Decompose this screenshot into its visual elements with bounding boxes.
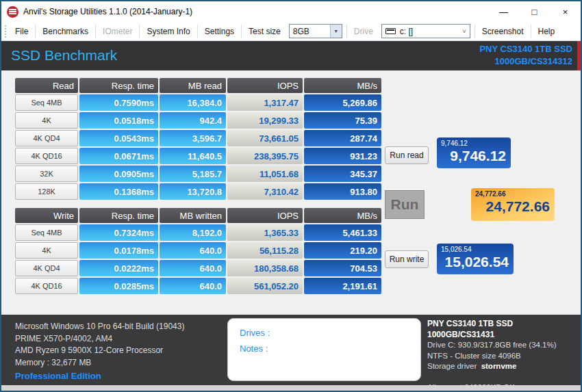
read-score-box: 9,746.12 9,746.12	[437, 138, 511, 168]
title-bar: Anvil's Storage Utilities 1.1.0 (2014-Ja…	[1, 1, 581, 22]
page-title: SSD Benchmark	[11, 47, 117, 64]
benchmark-header-band: SSD Benchmark PNY CS3140 1TB SSD 1000GB/…	[1, 41, 581, 70]
red-edge-strip	[577, 41, 581, 70]
iops-cell: 561,052.20	[227, 278, 303, 294]
mbs-cell: 287.74	[304, 130, 381, 146]
drive-info-block: PNY CS3140 1TB SSD 1000GB/CS31431 Drive …	[427, 319, 581, 392]
resp-time-cell: 0.7590ms	[79, 94, 158, 111]
run-read-button[interactable]: Run read	[385, 146, 429, 164]
total-score-value: 24,772.66	[475, 198, 550, 215]
menu-separator	[531, 25, 531, 38]
menu-file[interactable]: File	[10, 24, 34, 39]
mbs-cell: 2,191.61	[304, 278, 381, 294]
close-button[interactable]: ×	[550, 1, 581, 22]
write-col-header: Resp. time	[79, 208, 158, 223]
iops-cell: 1,365.33	[227, 224, 303, 241]
mbs-cell: 5,461.33	[304, 224, 381, 241]
menu-separator	[35, 25, 36, 38]
chevron-down-icon: ˅	[463, 28, 470, 35]
run-button[interactable]: Run	[385, 190, 425, 219]
read-row-label[interactable]: Seq 4MB	[15, 94, 78, 111]
drive-filesystem: NTFS - Cluster size 4096B	[427, 351, 581, 362]
write-row-label[interactable]: 4K	[15, 242, 78, 259]
mbs-cell: 704.53	[304, 260, 381, 276]
menu-benchmarks[interactable]: Benchmarks	[37, 24, 94, 39]
footer-panel: Microsoft Windows 10 Pro 64-bit Build (1…	[1, 315, 581, 385]
mb-read-cell: 16,384.0	[160, 94, 226, 111]
read-row-label[interactable]: 32K	[15, 166, 78, 182]
mbs-cell: 345.37	[304, 166, 381, 182]
mbs-cell: 5,269.86	[304, 94, 381, 111]
app-window: Anvil's Storage Utilities 1.1.0 (2014-Ja…	[0, 0, 582, 392]
write-col-header: Write	[15, 208, 78, 223]
notes-label: Notes :	[240, 341, 420, 356]
resp-time-cell: 0.7324ms	[79, 224, 158, 241]
memory-info: Memory : 32,677 MB	[15, 357, 184, 369]
chevron-down-icon[interactable]: ▼	[330, 25, 342, 38]
iops-cell: 11,051.68	[227, 166, 303, 182]
write-col-header: IOPS	[227, 208, 303, 223]
write-row-label[interactable]: 4K QD4	[15, 260, 78, 276]
drive-capacity: Drive C: 930.9/317.8GB free (34.1%)	[427, 340, 581, 351]
test-size-combobox[interactable]: 8GB ▼	[289, 24, 342, 38]
mbs-cell: 913.80	[304, 183, 381, 200]
window-title: Anvil's Storage Utilities 1.1.0 (2014-Ja…	[23, 7, 192, 16]
test-size-value: 8GB	[290, 27, 330, 36]
menu-screenshot[interactable]: Screenshot	[477, 24, 529, 39]
system-info-block: Microsoft Windows 10 Pro 64-bit Build (1…	[15, 321, 184, 369]
cpu-info: AMD Ryzen 9 5900X 12-Core Processor	[15, 345, 184, 357]
read-row-label[interactable]: 4K QD4	[15, 130, 78, 146]
resp-time-cell: 0.0518ms	[79, 112, 158, 129]
write-col-header: MB/s	[304, 208, 381, 223]
device-name: PNY CS3140 1TB SSD	[479, 43, 572, 55]
read-col-header: IOPS	[227, 78, 303, 93]
read-col-header: Resp. time	[79, 78, 158, 93]
menu-bar: File Benchmarks IOmeter System Info Sett…	[1, 22, 581, 41]
resp-time-cell: 0.0222ms	[79, 260, 158, 276]
read-col-header: Read	[15, 78, 78, 93]
read-col-header: MB read	[160, 78, 226, 93]
iops-cell: 238,395.75	[227, 148, 303, 164]
menu-help[interactable]: Help	[533, 24, 561, 39]
read-row-label[interactable]: 4K	[15, 112, 78, 129]
resp-time-cell: 0.1368ms	[79, 183, 158, 200]
drive-icon	[385, 28, 396, 34]
resp-time-cell: 0.0671ms	[79, 148, 158, 164]
iops-cell: 19,299.33	[227, 112, 303, 129]
storage-driver-line: Storage driver stornvme	[427, 361, 581, 372]
write-col-header: MB written	[160, 208, 226, 223]
write-table: Write Resp. time MB written IOPS MB/s Se…	[15, 208, 381, 294]
mbs-cell: 219.20	[304, 242, 381, 259]
write-score-value: 15,026.54	[441, 253, 509, 271]
device-info: PNY CS3140 1TB SSD 1000GB/CS314312	[479, 43, 572, 68]
read-row-label[interactable]: 128K	[15, 183, 78, 200]
run-write-button[interactable]: Run write	[385, 250, 429, 268]
menu-iometer: IOmeter	[97, 24, 138, 39]
read-row-label[interactable]: 4K QD16	[15, 148, 78, 164]
total-score-small: 24,772.66	[475, 190, 550, 198]
menu-settings[interactable]: Settings	[199, 24, 240, 39]
mb-read-cell: 5,185.7	[160, 166, 226, 182]
total-score-box: 24,772.66 24,772.66	[471, 188, 555, 221]
minimize-button[interactable]: —	[488, 1, 519, 22]
resp-time-cell: 0.0285ms	[79, 278, 158, 294]
iops-cell: 1,317.47	[227, 94, 303, 111]
toolbar-grip	[5, 25, 7, 38]
mb-written-cell: 640.0	[160, 260, 226, 276]
menu-system-info[interactable]: System Info	[141, 24, 195, 39]
test-size-label: Test size	[243, 24, 286, 39]
write-row-label[interactable]: 4K QD16	[15, 278, 78, 294]
iops-cell: 73,661.05	[227, 130, 303, 146]
drives-notes-box[interactable]: Drives : Notes :	[227, 318, 421, 381]
write-row-label[interactable]: Seq 4MB	[15, 224, 78, 241]
storage-driver-label: Storage driver	[427, 362, 477, 370]
motherboard-info: PRIME X570-P/4002, AM4	[15, 333, 184, 345]
drive-combobox[interactable]: c: [] ˅	[381, 24, 470, 38]
iops-cell: 180,358.68	[227, 260, 303, 276]
menu-separator	[346, 25, 347, 38]
footer-bottom-strip	[1, 385, 581, 391]
read-score-value: 9,746.12	[441, 147, 506, 165]
maximize-button[interactable]: □	[519, 1, 550, 22]
iops-cell: 7,310.42	[227, 183, 303, 200]
mb-written-cell: 640.0	[160, 242, 226, 259]
